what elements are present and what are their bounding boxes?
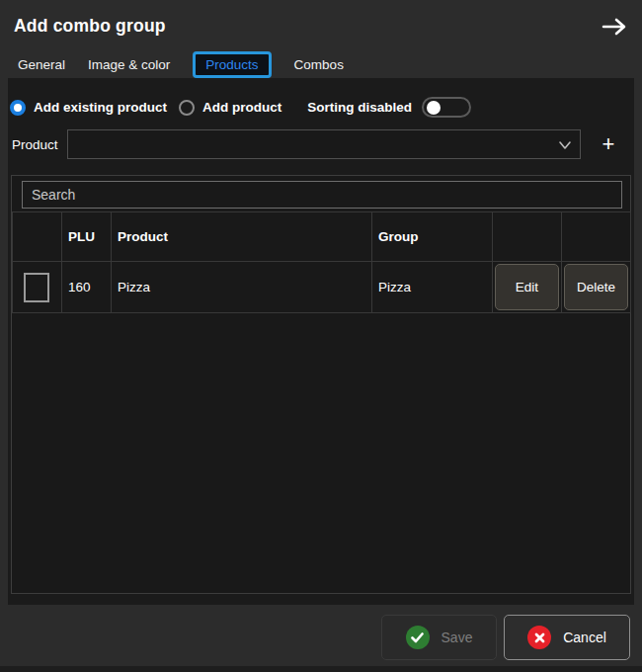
tab-products[interactable]: Products: [193, 51, 271, 78]
search-input[interactable]: [22, 181, 622, 209]
sorting-disabled-label: Sorting disabled: [307, 100, 412, 115]
cancel-button-label: Cancel: [563, 630, 606, 645]
radio-add-existing-product-label: Add existing product: [34, 100, 167, 115]
header-plu: PLU: [62, 212, 112, 262]
header-edit-col: [493, 212, 562, 262]
tab-general[interactable]: General: [18, 57, 65, 72]
products-tab-panel: Add existing product Add product Sorting…: [8, 78, 634, 605]
delete-button[interactable]: Delete: [564, 264, 628, 310]
table-header-row: PLU Product Group: [13, 212, 631, 262]
header-group: Group: [372, 212, 493, 262]
radio-add-existing-product[interactable]: [10, 100, 26, 116]
radio-add-product[interactable]: [179, 100, 195, 116]
page-title: Add combo group: [14, 16, 166, 37]
add-product-plus-button[interactable]: +: [595, 131, 622, 157]
tab-bar: General Image & color Products Combos: [18, 50, 344, 78]
row-group: Pizza: [372, 262, 493, 313]
sorting-toggle[interactable]: [422, 97, 471, 118]
tab-image-color[interactable]: Image & color: [88, 57, 170, 72]
row-product: Pizza: [112, 262, 372, 313]
table-row: 160 Pizza Pizza Edit Delete: [13, 262, 631, 313]
forward-arrow-button[interactable]: [600, 16, 629, 42]
chevron-down-icon: [558, 138, 572, 153]
product-field-label: Product: [12, 137, 58, 152]
product-select-row: Product +: [8, 129, 634, 159]
save-button-label: Save: [441, 630, 473, 645]
row-checkbox[interactable]: [24, 273, 49, 302]
header-delete-col: [562, 212, 631, 262]
dialog-bottom-edge: [0, 666, 642, 672]
save-check-icon: [406, 626, 430, 649]
arrow-right-icon: [602, 17, 627, 41]
edit-button[interactable]: Edit: [495, 264, 559, 310]
cancel-button[interactable]: Cancel: [504, 615, 630, 660]
toggle-knob-icon: [427, 101, 441, 115]
row-plu: 160: [62, 262, 112, 313]
controls-row: Add existing product Add product Sorting…: [10, 97, 471, 118]
products-table: PLU Product Group 160 Pizza Pizza Edit: [12, 211, 631, 313]
tab-combos[interactable]: Combos: [294, 57, 344, 72]
save-button[interactable]: Save: [381, 615, 497, 660]
header-product: Product: [112, 212, 372, 262]
product-select[interactable]: [67, 129, 581, 159]
product-list-container: PLU Product Group 160 Pizza Pizza Edit: [11, 175, 631, 594]
header-checkbox-col: [13, 212, 62, 262]
add-combo-group-dialog: Add combo group General Image & color Pr…: [0, 0, 642, 672]
radio-add-product-label: Add product: [202, 100, 281, 115]
cancel-x-icon: [527, 626, 551, 649]
